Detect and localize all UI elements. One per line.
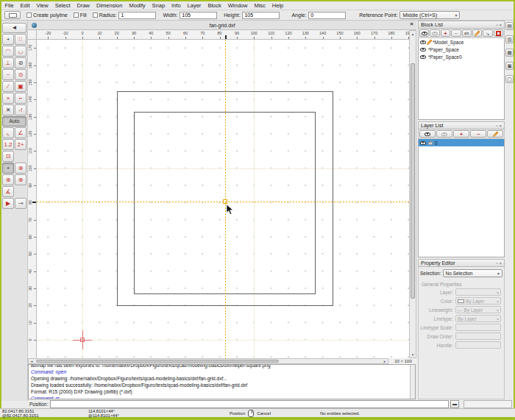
snap-coordinate-tool[interactable]: ✕ bbox=[2, 104, 14, 115]
coordinate-polar-tool[interactable]: ∠ bbox=[15, 127, 26, 138]
lock-relative-zero-tool[interactable]: ⊸ bbox=[15, 198, 26, 209]
mouse-cursor bbox=[227, 204, 233, 214]
snap-auto-button[interactable]: Auto bbox=[2, 116, 26, 127]
snap-grid-tool[interactable]: ∷ bbox=[15, 34, 26, 45]
hide-all-layers-button[interactable] bbox=[436, 130, 452, 138]
block-list-item[interactable]: *Model_Space bbox=[419, 38, 504, 46]
hide-all-blocks-button[interactable] bbox=[430, 29, 439, 37]
coordinate-absolute-tool[interactable]: 1.2 bbox=[2, 139, 14, 150]
menu-layer[interactable]: Layer bbox=[184, 2, 205, 9]
height-input[interactable] bbox=[242, 12, 280, 19]
rectangle-size-tool-button[interactable] bbox=[4, 11, 21, 19]
snap-angle-tool[interactable]: ∡ bbox=[2, 186, 14, 197]
edit-block-button[interactable] bbox=[472, 29, 482, 37]
toggle-layer-list-button[interactable]: ▦ bbox=[505, 49, 514, 57]
snap-tangential-tool[interactable]: ~ bbox=[2, 69, 14, 80]
menu-window[interactable]: Window bbox=[224, 2, 251, 9]
snap-endpoints-tool[interactable]: ◠ bbox=[2, 46, 14, 57]
menu-draw[interactable]: Draw bbox=[74, 2, 93, 9]
menu-misc[interactable]: Misc bbox=[251, 2, 269, 9]
undock-block-list-button[interactable]: ▫ bbox=[496, 23, 497, 27]
add-layer-button[interactable]: + bbox=[453, 130, 469, 138]
block-list-item[interactable]: *Paper_Space bbox=[419, 46, 504, 53]
reference-point-select[interactable]: Middle (Ctrl+S) ▾ bbox=[399, 11, 460, 19]
snap-intersection-tool[interactable]: × bbox=[2, 93, 14, 104]
restrict-orthogonal-tool[interactable]: ⊕ bbox=[15, 163, 26, 174]
command-input[interactable] bbox=[50, 400, 449, 408]
scroll-up-icon[interactable]: ▴ bbox=[410, 32, 416, 36]
rectangle-entity[interactable] bbox=[134, 112, 315, 293]
width-input[interactable] bbox=[180, 12, 217, 19]
remove-layer-button[interactable]: − bbox=[470, 130, 486, 138]
block-list-item[interactable]: *Paper_Space0 bbox=[419, 53, 504, 60]
command-history-scrollbar[interactable] bbox=[410, 365, 415, 399]
menu-file[interactable]: File bbox=[1, 2, 17, 9]
snap-distance-tool[interactable]: -! bbox=[15, 104, 26, 115]
close-property-editor-button[interactable]: × bbox=[499, 261, 502, 266]
snap-free-tool[interactable]: + bbox=[2, 34, 14, 45]
command-options-button[interactable]: ▬ bbox=[450, 400, 459, 408]
close-layer-list-button[interactable]: × bbox=[499, 124, 502, 128]
toggle-property-editor-button[interactable]: ▢ bbox=[505, 75, 514, 83]
rename-block-button[interactable]: ab bbox=[462, 29, 472, 37]
snap-reference-tool[interactable]: ▣ bbox=[15, 81, 26, 92]
horizontal-scrollbar[interactable]: ◂ ▸ bbox=[28, 358, 388, 364]
coordinate-relative-tool[interactable]: 2+ bbox=[15, 139, 26, 150]
undock-layer-list-button[interactable]: ▫ bbox=[496, 124, 497, 128]
remove-block-button[interactable]: − bbox=[451, 29, 461, 37]
horizontal-scroll-thumb[interactable] bbox=[36, 360, 279, 363]
menu-dimension[interactable]: Dimension bbox=[93, 2, 126, 9]
restrict-off-tool[interactable]: + bbox=[2, 163, 14, 174]
snap-on-entity-tool[interactable]: ◡ bbox=[15, 46, 26, 57]
menu-select[interactable]: Select bbox=[52, 2, 74, 9]
menu-modify[interactable]: Modify bbox=[126, 2, 149, 9]
scroll-down-icon[interactable]: ▾ bbox=[410, 352, 416, 357]
restrict-horizontal-tool[interactable]: ⊕ bbox=[2, 174, 14, 185]
create-polyline-checkbox[interactable] bbox=[26, 13, 32, 18]
menu-snap[interactable]: Snap bbox=[149, 2, 168, 9]
property-value: By Layer bbox=[464, 307, 483, 313]
close-document-icon[interactable]: × bbox=[410, 21, 413, 27]
show-all-layers-button[interactable] bbox=[419, 130, 436, 138]
angle-input[interactable] bbox=[308, 12, 346, 19]
selection-select[interactable]: No Selection ▾ bbox=[443, 269, 502, 277]
restrict-vertical-tool[interactable]: ⊕ bbox=[15, 174, 26, 185]
scroll-left-icon[interactable]: ◂ bbox=[29, 359, 35, 363]
insert-block-button[interactable]: ↘ bbox=[483, 29, 492, 37]
mouse-hint: Position Cancel bbox=[230, 409, 271, 418]
show-all-blocks-button[interactable] bbox=[419, 29, 429, 37]
close-block-editing-button[interactable] bbox=[494, 29, 503, 37]
close-block-list-button[interactable]: × bbox=[499, 23, 502, 27]
back-button[interactable]: ◄ bbox=[2, 23, 26, 33]
edit-layer-button[interactable] bbox=[487, 130, 503, 138]
menu-help[interactable]: Help bbox=[269, 2, 286, 9]
vertical-scrollbar[interactable]: ▴ ▾ bbox=[409, 30, 416, 358]
coordinate-cartesian-tool[interactable]: ⌞ bbox=[2, 127, 14, 138]
menu-info[interactable]: Info bbox=[168, 2, 185, 9]
scroll-right-icon[interactable]: ▸ bbox=[382, 359, 388, 363]
selection-filter-box[interactable] bbox=[464, 400, 512, 408]
menu-edit[interactable]: Edit bbox=[17, 2, 33, 9]
set-relative-zero-tool[interactable]: ⊡ bbox=[2, 151, 14, 162]
snap-center-tool[interactable]: ⊙ bbox=[15, 69, 26, 80]
toggle-selection-filter-button[interactable]: ▣ bbox=[505, 62, 514, 70]
layer-list-item[interactable]: 0 bbox=[419, 139, 504, 146]
menu-view[interactable]: View bbox=[33, 2, 52, 9]
select-reference-tool[interactable]: ▶ bbox=[2, 198, 14, 209]
toggle-library-browser-button[interactable]: ▥ bbox=[505, 35, 514, 43]
snap-entity-end-tool[interactable]: ⌐ bbox=[15, 93, 26, 104]
menu-block[interactable]: Block bbox=[205, 2, 224, 9]
add-block-button[interactable]: + bbox=[441, 29, 450, 37]
command-history[interactable]: Bitmap file has been exported to: /home/… bbox=[28, 364, 416, 399]
snap-auto-zoom-tool[interactable]: ⊘ bbox=[15, 57, 26, 68]
radius-input[interactable] bbox=[118, 12, 156, 19]
fill-checkbox[interactable] bbox=[74, 13, 79, 18]
property-row: Layer:▾ bbox=[420, 288, 502, 296]
vertical-scroll-thumb[interactable] bbox=[411, 63, 415, 299]
toggle-block-list-button[interactable]: ▤ bbox=[505, 22, 514, 30]
undock-property-editor-button[interactable]: ▫ bbox=[496, 261, 497, 266]
drawing-canvas[interactable] bbox=[37, 40, 409, 358]
radius-checkbox[interactable] bbox=[93, 13, 98, 18]
snap-perpendicular-tool[interactable]: ⊥ bbox=[2, 57, 14, 68]
snap-middle-tool[interactable]: ∕ bbox=[2, 81, 14, 92]
